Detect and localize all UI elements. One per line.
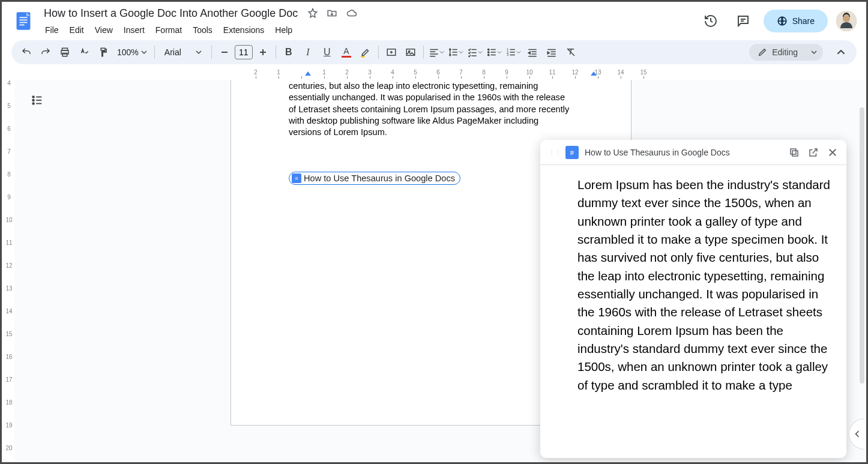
drag-grip-icon[interactable]: ⋮⋮ (549, 149, 562, 155)
bullet-list-button[interactable] (485, 43, 503, 61)
spellcheck-button[interactable] (75, 43, 93, 61)
ruler-tick: 1 (267, 69, 290, 76)
copy-icon[interactable] (789, 147, 800, 158)
menu-format[interactable]: Format (151, 23, 187, 37)
preview-title: How to Use Thesaurus in Google Docs (585, 148, 783, 157)
italic-button[interactable]: I (299, 43, 317, 61)
comments-icon[interactable] (731, 9, 755, 33)
decrease-font-button[interactable] (215, 43, 234, 61)
print-button[interactable] (56, 43, 74, 61)
clear-format-button[interactable] (562, 43, 580, 61)
svg-text:3: 3 (507, 53, 508, 56)
ruler-tick: 12 (564, 69, 586, 76)
svg-rect-13 (262, 49, 264, 55)
ruler-tick: 18 (5, 399, 13, 406)
ruler-tick: 2 (336, 69, 358, 76)
open-external-icon[interactable] (808, 147, 819, 158)
ruler-tick: 17 (5, 376, 13, 383)
editing-mode-button[interactable]: Editing (749, 44, 823, 61)
ruler-tick: 6 (5, 125, 13, 132)
svg-point-17 (487, 49, 489, 50)
toolbar-container: 100% Arial 11 B I U A 123 Editing (2, 40, 866, 69)
ruler-tick: 7 (5, 148, 13, 155)
highlight-button[interactable] (357, 43, 375, 61)
svg-rect-30 (570, 154, 573, 154)
account-avatar[interactable] (836, 11, 857, 31)
text-color-button[interactable]: A (337, 43, 355, 61)
cloud-icon[interactable] (346, 8, 358, 19)
ruler-tick: 13 (5, 285, 13, 292)
preview-header[interactable]: ⋮⋮ How to Use Thesaurus in Google Docs (540, 140, 846, 165)
ruler-tick: 12 (5, 262, 13, 269)
globe-lock-icon (777, 16, 788, 26)
menu-bar: File Edit View Insert Format Tools Exten… (40, 23, 699, 37)
undo-button[interactable] (17, 43, 35, 61)
document-title[interactable]: How to Insert a Google Doc Into Another … (40, 6, 301, 21)
ruler-tick: 8 (5, 171, 13, 178)
svg-rect-1 (19, 17, 27, 18)
docs-logo[interactable] (11, 9, 35, 33)
ruler-tick: 14 (609, 69, 632, 76)
body-paragraph[interactable]: centuries, but also the leap into electr… (289, 80, 573, 138)
menu-help[interactable]: Help (270, 23, 297, 37)
paint-format-button[interactable] (94, 43, 112, 61)
svg-point-7 (843, 15, 850, 22)
doc-chip[interactable]: ≡ How to Use Thesaurus in Google Docs (289, 172, 460, 185)
align-button[interactable] (427, 43, 445, 61)
checklist-button[interactable] (466, 43, 484, 61)
line-spacing-button[interactable] (447, 43, 465, 61)
ruler-tick: 13 (586, 69, 609, 76)
decrease-indent-button[interactable] (523, 43, 541, 61)
share-button[interactable]: Share (764, 10, 828, 32)
indent-marker-left[interactable] (305, 71, 311, 76)
collapse-toolbar-button[interactable] (831, 43, 851, 62)
increase-indent-button[interactable] (543, 43, 561, 61)
ruler-tick: 9 (5, 194, 13, 200)
numbered-list-button[interactable]: 123 (504, 43, 522, 61)
bold-button[interactable]: B (280, 43, 298, 61)
font-size-input[interactable]: 11 (235, 45, 253, 59)
underline-button[interactable]: U (318, 43, 336, 61)
ruler-tick: 10 (518, 69, 541, 76)
menu-view[interactable]: View (90, 23, 118, 37)
doc-chip-icon: ≡ (292, 173, 301, 183)
editing-label: Editing (772, 47, 798, 57)
menu-extensions[interactable]: Extensions (219, 23, 269, 37)
insert-image-button[interactable] (402, 43, 420, 61)
indent-marker-right[interactable] (591, 71, 597, 76)
svg-rect-27 (570, 151, 574, 151)
redo-button[interactable] (37, 43, 55, 61)
ruler-tick: 16 (5, 354, 13, 360)
increase-font-button[interactable] (254, 43, 272, 61)
svg-rect-32 (791, 149, 796, 154)
ruler-tick: 15 (632, 69, 655, 76)
vertical-ruler[interactable]: 4567891011121314151617181920 (4, 80, 14, 460)
svg-rect-11 (222, 52, 228, 53)
move-icon[interactable] (327, 8, 337, 19)
svg-rect-28 (570, 152, 574, 152)
header: How to Insert a Google Doc Into Another … (2, 2, 866, 40)
preview-body[interactable]: Lorem Ipsum has been the industry's stan… (540, 165, 846, 405)
zoom-select[interactable]: 100% (113, 47, 151, 57)
share-label: Share (792, 16, 815, 26)
ruler-tick: 11 (5, 240, 13, 246)
star-icon[interactable] (307, 8, 318, 19)
scrollbar-vertical[interactable] (860, 107, 864, 384)
doc-chip-label: How to Use Thesaurus in Google Docs (304, 173, 455, 183)
svg-rect-2 (19, 20, 27, 21)
menu-edit[interactable]: Edit (65, 23, 89, 37)
insert-link-button[interactable] (382, 43, 400, 61)
ruler-tick: 4 (381, 69, 404, 76)
ruler-tick: 20 (5, 445, 13, 451)
ruler-tick: 19 (5, 422, 13, 429)
menu-file[interactable]: File (40, 23, 64, 37)
history-icon[interactable] (699, 9, 723, 33)
menu-insert[interactable]: Insert (119, 23, 149, 37)
menu-tools[interactable]: Tools (188, 23, 217, 37)
font-select[interactable]: Arial (158, 47, 208, 57)
close-icon[interactable] (827, 147, 838, 158)
ruler-tick: 10 (5, 217, 13, 223)
ruler-tick: 4 (5, 80, 13, 86)
horizontal-ruler[interactable]: 21123456789101112131415 (22, 69, 866, 80)
ruler-tick: 6 (427, 69, 450, 76)
